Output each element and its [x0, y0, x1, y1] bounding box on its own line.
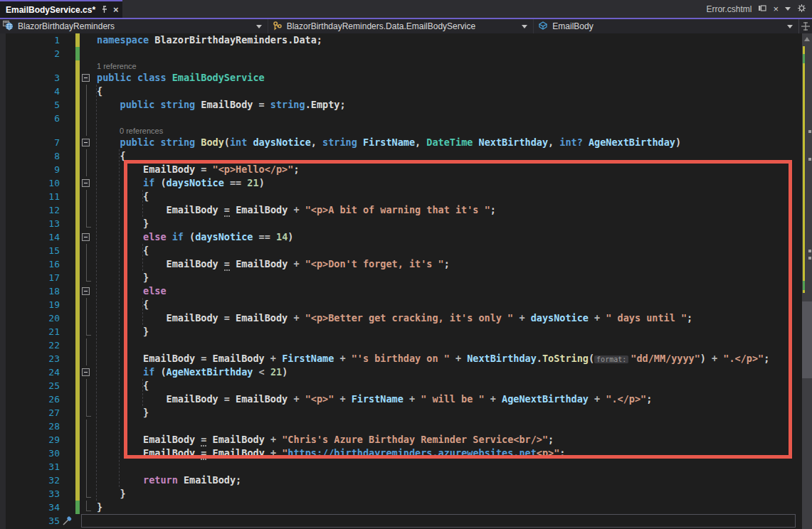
outline-margin	[80, 98, 94, 112]
outline-margin	[80, 447, 94, 460]
line-number: 32	[0, 474, 60, 487]
outline-margin	[80, 217, 94, 230]
collapse-toggle[interactable]	[80, 284, 94, 298]
line-number: 22	[0, 338, 60, 352]
vertical-scrollbar[interactable]	[802, 33, 812, 529]
outline-margin	[80, 338, 94, 352]
member-dropdown[interactable]: EmailBody	[533, 19, 798, 33]
outline-margin	[80, 298, 94, 311]
line-number: 20	[0, 311, 60, 325]
collapse-toggle[interactable]	[80, 136, 94, 149]
outline-margin	[80, 406, 94, 420]
outline-margin	[80, 47, 94, 60]
scrollbar-saved-mark	[803, 281, 805, 290]
code-editor[interactable]: 1namespace BlazorBirthdayReminders.Data;…	[0, 33, 802, 529]
collapse-toggle[interactable]	[80, 176, 94, 190]
code-line-5[interactable]: 5 public string EmailBody = string.Empty…	[0, 98, 802, 112]
outline-margin	[80, 501, 94, 514]
collapse-toggle[interactable]	[80, 365, 94, 379]
line-number: 26	[0, 392, 60, 406]
codelens-info[interactable]: 0 references	[0, 125, 802, 136]
code-text: {	[94, 85, 102, 98]
project-dropdown[interactable]: BlazorBirthdayReminders	[0, 19, 268, 33]
code-line-31[interactable]: 31	[0, 460, 802, 474]
code-text	[94, 338, 97, 352]
collapse-toggle[interactable]	[80, 230, 94, 244]
code-line-32[interactable]: 32 return EmailBody;	[0, 474, 802, 487]
outline-margin	[80, 271, 94, 284]
scrollbar-modified-marks	[803, 46, 805, 293]
line-number: 4	[0, 85, 60, 98]
code-line-3[interactable]: 3public class EmailBodyService	[0, 71, 802, 85]
tab-emailbodyservice[interactable]: EmailBodyService.cs* ×	[0, 0, 122, 18]
code-text: 0 references	[94, 125, 163, 136]
line-number: 11	[0, 190, 60, 203]
chevron-down-icon	[787, 25, 793, 28]
chevron-down-icon[interactable]	[785, 7, 791, 11]
chevron-down-icon	[522, 25, 527, 28]
quick-actions-screwdriver-icon[interactable]	[61, 515, 73, 529]
outline-margin	[80, 60, 94, 71]
tab-label: EmailBodyService.cs*	[6, 5, 95, 15]
line-number: 16	[0, 257, 60, 271]
close-icon[interactable]: ×	[773, 4, 779, 14]
code-text: public class EmailBodyService	[94, 71, 265, 85]
line-number	[0, 60, 60, 71]
line-number: 15	[0, 244, 60, 257]
code-line-33[interactable]: 33 }	[0, 487, 802, 501]
outline-margin	[80, 244, 94, 257]
close-icon[interactable]: ×	[113, 5, 119, 14]
code-line-34[interactable]: 34}	[0, 501, 802, 514]
line-number	[0, 125, 60, 136]
pin-icon[interactable]	[100, 6, 108, 14]
line-number: 1	[0, 33, 60, 47]
outline-margin	[80, 203, 94, 217]
scrollbar-annotation	[808, 158, 811, 161]
code-line-6[interactable]: 6	[0, 112, 802, 125]
collapse-toggle[interactable]	[80, 71, 94, 85]
code-text	[94, 460, 97, 474]
code-line-2[interactable]: 2	[0, 47, 802, 60]
outline-margin	[80, 311, 94, 325]
code-line-1[interactable]: 1namespace BlazorBirthdayReminders.Data;	[0, 33, 802, 47]
code-line-7[interactable]: 7 public string Body(int daysNotice, str…	[0, 136, 802, 149]
split-window-button[interactable]	[798, 19, 812, 33]
type-dropdown[interactable]: BlazorBirthdayReminders.Data.EmailBodySe…	[268, 19, 534, 33]
member-label: EmailBody	[552, 21, 593, 31]
outline-margin	[80, 392, 94, 406]
scrollbar-saved-mark	[803, 54, 805, 63]
type-label: BlazorBirthdayReminders.Data.EmailBodySe…	[287, 21, 475, 31]
preview-tab-label: Error.cshtml	[706, 4, 752, 14]
scrollbar-thumb[interactable]	[802, 301, 812, 378]
code-text: 1 reference	[94, 60, 137, 71]
line-number: 31	[0, 460, 60, 474]
chevron-down-icon	[256, 25, 262, 28]
line-number: 34	[0, 501, 60, 514]
line-number: 35	[0, 514, 60, 528]
outline-margin	[80, 325, 94, 338]
codelens-info[interactable]: 1 reference	[0, 60, 802, 71]
line-number: 24	[0, 365, 60, 379]
outline-margin	[80, 433, 94, 447]
keep-open-icon[interactable]	[758, 4, 766, 14]
line-number: 8	[0, 149, 60, 163]
line-number: 3	[0, 71, 60, 85]
line-number: 21	[0, 325, 60, 338]
tab-preview-group[interactable]: Error.cshtml ×	[706, 0, 809, 18]
line-number: 7	[0, 136, 60, 149]
code-line-4[interactable]: 4{	[0, 85, 802, 98]
outline-margin	[80, 379, 94, 392]
field-icon	[538, 21, 548, 33]
highlight-rectangle	[124, 160, 792, 459]
scroll-up-arrow-icon[interactable]	[804, 37, 810, 41]
code-text	[94, 420, 97, 433]
gear-icon[interactable]	[797, 4, 806, 15]
line-number: 18	[0, 284, 60, 298]
line-number: 9	[0, 163, 60, 176]
line-number: 19	[0, 298, 60, 311]
line-number: 30	[0, 447, 60, 460]
code-text: public string EmailBody = string.Empty;	[94, 98, 346, 112]
outline-margin	[80, 163, 94, 176]
project-label: BlazorBirthdayReminders	[18, 21, 115, 31]
code-text: namespace BlazorBirthdayReminders.Data;	[94, 33, 322, 47]
